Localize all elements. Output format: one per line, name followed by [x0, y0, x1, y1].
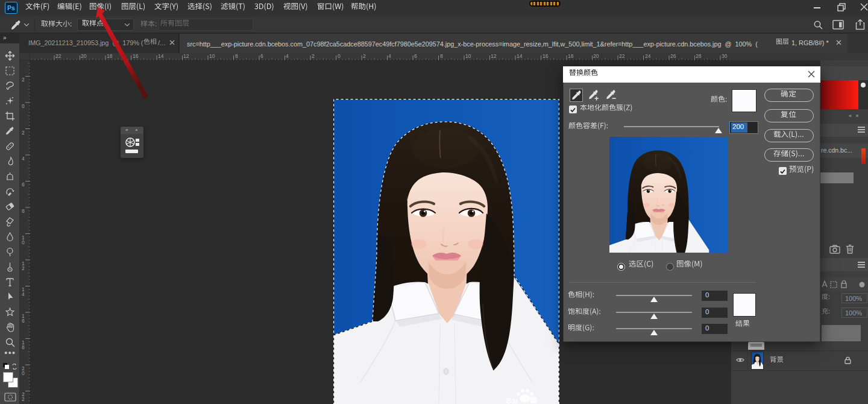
svg-text:Bai: Bai — [506, 396, 518, 404]
